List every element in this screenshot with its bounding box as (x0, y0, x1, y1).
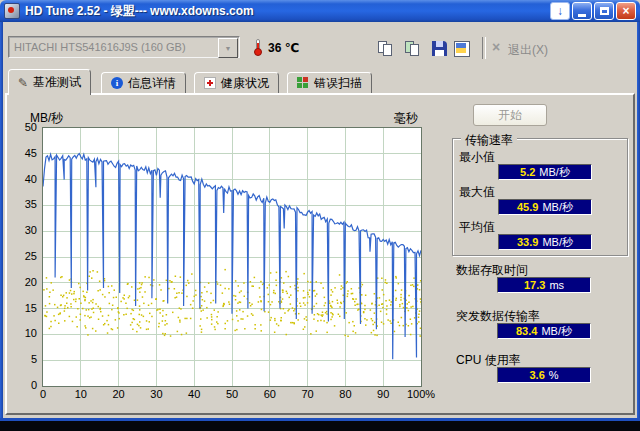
tab-error-scan[interactable]: 错误扫描 (287, 72, 372, 93)
exit-button[interactable]: 退出(X) (508, 42, 548, 59)
y-tick-label: 25 (25, 250, 37, 262)
x-axis-ticks: 0102030405060708090100% (43, 388, 421, 402)
start-button[interactable]: 开始 (473, 104, 547, 126)
stat-value-min: 5.2 MB/秒 (498, 164, 592, 180)
x-tick-label: 100% (407, 388, 435, 400)
maximize-button[interactable] (594, 2, 614, 20)
tab-health-label: 健康状况 (221, 75, 269, 92)
close-button[interactable]: × (616, 2, 636, 20)
stat-value-max: 45.9 MB/秒 (498, 199, 592, 215)
download-arrow-icon[interactable]: ↓ (550, 2, 570, 20)
stat-min-number: 5.2 (520, 166, 535, 178)
copy-image-icon[interactable] (403, 40, 423, 58)
scan-grid-icon (297, 77, 309, 89)
save-icon[interactable] (430, 40, 450, 58)
y-tick-label: 45 (25, 147, 37, 159)
tab-benchmark-label: 基准测试 (33, 74, 81, 91)
x-tick-label: 0 (40, 388, 46, 400)
temperature-unit: ℃ (285, 41, 300, 55)
benchmark-icon: ✎ (18, 76, 28, 90)
stat-label-min: 最小值 (459, 149, 495, 166)
tab-health[interactable]: 健康状况 (194, 72, 279, 93)
toolbar-separator (482, 37, 486, 59)
drive-select-dropdown[interactable]: HITACHI HTS541616J9S (160 GB) ▼ (8, 36, 240, 58)
tab-error-scan-label: 错误扫描 (314, 75, 362, 92)
y-tick-label: 20 (25, 276, 37, 288)
access-time-number: 17.3 (524, 279, 545, 291)
stat-value-cpu-usage: 3.6 % (497, 367, 591, 383)
tab-info[interactable]: i 信息详情 (101, 72, 186, 93)
y2-axis-label: 毫秒 (394, 110, 418, 127)
cpu-usage-number: 3.6 (529, 369, 544, 381)
stat-value-access-time: 17.3 ms (497, 277, 591, 293)
window-title: HD Tune 2.52 - 绿盟--- www.xdowns.com (25, 3, 550, 20)
burst-rate-unit: MB/秒 (541, 324, 572, 339)
drive-select-value: HITACHI HTS541616J9S (160 GB) (9, 37, 219, 57)
stat-min-unit: MB/秒 (539, 165, 570, 180)
tab-info-label: 信息详情 (128, 75, 176, 92)
transfer-rate-group: 传输速率 最小值 5.2 MB/秒 最大值 45.9 MB/秒 平均值 33.9… (452, 138, 628, 256)
x-tick-label: 80 (339, 388, 351, 400)
transfer-rate-group-title: 传输速率 (461, 132, 517, 149)
stat-value-avg: 33.9 MB/秒 (498, 234, 592, 250)
stat-label-avg: 平均值 (459, 219, 495, 236)
hdtune-window: HD Tune 2.52 - 绿盟--- www.xdowns.com ↓ × … (0, 0, 640, 431)
benchmark-plot (42, 127, 422, 387)
benchmark-chart (43, 128, 421, 386)
x-tick-label: 20 (112, 388, 124, 400)
stat-label-max: 最大值 (459, 184, 495, 201)
minimize-button[interactable] (572, 2, 592, 20)
stat-avg-unit: MB/秒 (542, 235, 573, 250)
y-tick-label: 10 (25, 327, 37, 339)
maximize-icon (600, 7, 609, 15)
x-tick-label: 40 (188, 388, 200, 400)
burst-rate-number: 83.4 (516, 325, 537, 337)
copy-text-icon[interactable] (376, 40, 396, 58)
x-tick-label: 90 (377, 388, 389, 400)
cpu-usage-unit: % (549, 369, 559, 381)
stat-max-unit: MB/秒 (542, 200, 573, 215)
dropdown-arrow-icon[interactable]: ▼ (218, 38, 238, 58)
x-tick-label: 50 (226, 388, 238, 400)
x-tick-label: 30 (150, 388, 162, 400)
tab-benchmark[interactable]: ✎ 基准测试 (8, 69, 91, 95)
title-bar[interactable]: HD Tune 2.52 - 绿盟--- www.xdowns.com ↓ × (0, 0, 640, 22)
y-tick-label: 35 (25, 198, 37, 210)
x-tick-label: 70 (301, 388, 313, 400)
close-icon: × (622, 5, 629, 17)
stat-avg-number: 33.9 (517, 236, 538, 248)
access-time-unit: ms (549, 279, 564, 291)
y-tick-label: 50 (25, 121, 37, 133)
window-border-left (0, 22, 3, 421)
stat-value-burst-rate: 83.4 MB/秒 (497, 323, 591, 339)
x-tick-label: 60 (264, 388, 276, 400)
download-glyph: ↓ (557, 5, 563, 17)
exit-icon[interactable]: × (492, 40, 500, 54)
health-cross-icon (204, 77, 216, 89)
y-tick-label: 30 (25, 224, 37, 236)
y-tick-label: 5 (31, 353, 37, 365)
stat-max-number: 45.9 (517, 201, 538, 213)
y-tick-label: 40 (25, 173, 37, 185)
minimize-icon (578, 14, 586, 17)
temperature-value: 36 (268, 41, 281, 55)
y-axis-ticks: 50454035302520151050 (12, 127, 39, 385)
info-icon: i (111, 77, 123, 89)
save-screenshot-icon[interactable] (452, 40, 472, 58)
desktop-strip (0, 421, 640, 431)
y-tick-label: 0 (31, 379, 37, 391)
y-tick-label: 15 (25, 302, 37, 314)
thermometer-icon (254, 39, 262, 56)
temperature-readout: 36 ℃ (268, 41, 299, 55)
x-tick-label: 10 (75, 388, 87, 400)
app-icon (4, 3, 20, 19)
